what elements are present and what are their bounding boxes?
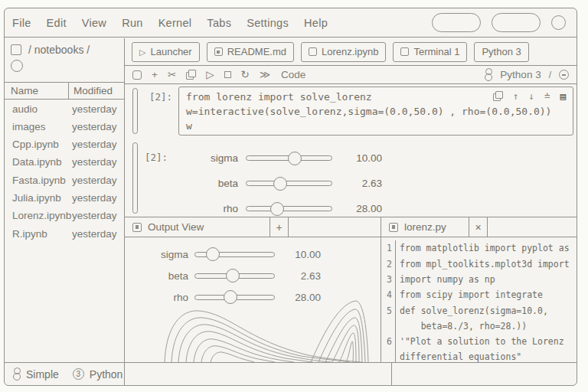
file-modified: yesterday (67, 192, 117, 204)
move-cell-down-icon[interactable]: ↓ (528, 92, 534, 102)
tab-launcher[interactable]: Launcher (132, 42, 200, 62)
cell-collapser[interactable] (132, 88, 138, 134)
editor-code: from scipy import integrate (396, 287, 543, 302)
slider-knob[interactable] (273, 177, 287, 191)
cell-toolbar: ↑ ↓ ≐ ▤ (493, 91, 566, 101)
file-modified: yesterday (67, 139, 117, 150)
file-row[interactable]: R.ipynb yesterday (5, 224, 124, 242)
file-row[interactable]: audio yesterday (5, 100, 124, 117)
menu-item[interactable]: Run (122, 17, 143, 29)
move-cell-up-icon[interactable]: ↑ (513, 92, 519, 102)
file-name: Cpp.ipynb (5, 139, 67, 150)
tab-readme[interactable]: README.md (207, 42, 294, 62)
slider-row: beta 2.63 (125, 171, 577, 196)
editor-code: from matplotlib import pyplot as (396, 240, 570, 256)
lorenz-contour-plot (125, 235, 381, 362)
tab-lorenz-py[interactable]: lorenz.py (381, 217, 469, 237)
run-cell-icon[interactable]: ▷ (206, 70, 214, 80)
code-editor[interactable]: 1 from matplotlib import pyplot as 2 fro… (381, 238, 577, 362)
breadcrumb[interactable]: / notebooks / (28, 44, 90, 56)
file-row[interactable]: Data.ipynb yesterday (5, 153, 124, 171)
file-row[interactable]: Lorenz.ipynb yesterday (5, 207, 124, 224)
duplicate-cell-icon[interactable] (493, 91, 503, 101)
menu-item[interactable]: View (82, 17, 106, 29)
kernel-status-label[interactable]: Python (90, 368, 123, 381)
stop-kernel-icon[interactable] (224, 71, 231, 78)
status-bar-middle (125, 363, 392, 385)
menubar-pill-button-2[interactable] (492, 13, 541, 32)
tab-output-view[interactable]: Output View (125, 217, 270, 237)
editor-line: 1 from matplotlib import pyplot as (381, 240, 577, 256)
tab-label: Python 3 (482, 46, 521, 57)
menu-item[interactable]: Help (304, 17, 328, 29)
new-launcher-icon[interactable] (11, 44, 21, 55)
add-panel-button[interactable]: + (270, 217, 289, 237)
restart-kernel-icon[interactable]: ↻ (241, 70, 250, 80)
slider-value: 2.63 (342, 178, 382, 189)
refresh-button[interactable] (11, 60, 23, 72)
line-number (381, 349, 396, 362)
file-name: Data.ipynb (5, 156, 67, 168)
line-number (381, 318, 396, 334)
tab-icon (214, 47, 223, 56)
menubar-right (432, 13, 566, 32)
line-number: 4 (381, 287, 396, 302)
tab-label: lorenz.py (404, 221, 446, 233)
editor-code: beta=8./3, rho=28.)) (396, 318, 527, 334)
add-cell-icon[interactable]: + (152, 70, 158, 80)
copy-cell-icon[interactable] (186, 70, 196, 80)
menu-item[interactable]: Kernel (158, 17, 192, 29)
menubar: File Edit View Run Kernel Tabs Settings … (5, 8, 577, 38)
menubar-pill-button-1[interactable] (432, 13, 481, 32)
file-name: Fasta.ipynb (5, 175, 67, 186)
kernel-indicator-icon (484, 68, 492, 81)
code-cell[interactable]: from lorenz import solve_lorenz w=intera… (178, 87, 573, 136)
close-tab-button[interactable]: × (469, 217, 488, 237)
column-header-name[interactable]: Name (5, 83, 69, 99)
tab-terminal[interactable]: Terminal 1 (393, 42, 467, 62)
editor-line: 4 from scipy import integrate (381, 287, 577, 302)
slider-track[interactable] (246, 155, 332, 161)
slider-knob[interactable] (270, 202, 284, 216)
tab-python-console[interactable]: Python 3 (474, 42, 528, 62)
menu-item[interactable]: Settings (247, 17, 289, 29)
insert-cell-icon[interactable]: ≐ (544, 92, 550, 102)
menubar-circle-button[interactable] (551, 15, 566, 30)
file-modified: yesterday (67, 175, 117, 186)
bottom-panels: Output View + sigma 10.00 (125, 217, 577, 362)
status-bar: Simple 3 Python (5, 362, 577, 385)
main-area: Launcher README.md Lorenz.ipynb (125, 38, 577, 362)
file-icon (389, 223, 398, 232)
column-header-modified[interactable]: Modified (69, 83, 113, 99)
menu-item[interactable]: Edit (47, 17, 67, 29)
slider-track[interactable] (246, 181, 332, 186)
kernel-name[interactable]: Python 3 (500, 69, 541, 80)
editor-line: 2 from mpl_toolkits.mplot3d import (381, 256, 577, 272)
file-row[interactable]: Julia.ipynb yesterday (5, 189, 124, 207)
file-row[interactable]: Fasta.ipynb yesterday (5, 172, 124, 189)
cell-type-dropdown[interactable]: Code (281, 69, 305, 80)
notebook-toolbar: + ✂ ▷ ↻ ≫ Code Python 3 / (125, 66, 577, 84)
menu-item[interactable]: Tabs (207, 17, 231, 29)
editor-line: beta=8./3, rho=28.)) (381, 318, 577, 334)
slider-row: sigma 10.00 (125, 145, 577, 171)
file-row[interactable]: Cpp.ipynb yesterday (5, 136, 124, 153)
run-all-icon[interactable]: ≫ (260, 70, 270, 80)
file-row[interactable]: images yesterday (5, 118, 124, 136)
tab-label: Launcher (150, 46, 191, 57)
simple-mode-toggle[interactable]: Simple (26, 368, 59, 381)
kernel-status-icon[interactable] (559, 70, 569, 80)
file-name: audio (5, 103, 67, 115)
slider-knob[interactable] (288, 152, 302, 165)
delete-cell-icon[interactable]: ▤ (560, 92, 566, 102)
cut-cell-icon[interactable]: ✂ (168, 70, 176, 80)
simple-mode-icon (12, 368, 21, 381)
slider-track[interactable] (246, 206, 332, 211)
save-icon[interactable] (132, 70, 142, 80)
editor-code: def solve_lorenz(sigma=10.0, (396, 303, 548, 318)
tab-lorenz-notebook[interactable]: Lorenz.ipynb (301, 42, 386, 62)
main-tab-bar: Launcher README.md Lorenz.ipynb (125, 38, 577, 66)
editor-line: 5 def solve_lorenz(sigma=10.0, (381, 303, 577, 318)
file-modified: yesterday (67, 103, 117, 115)
menu-item[interactable]: File (12, 17, 31, 29)
